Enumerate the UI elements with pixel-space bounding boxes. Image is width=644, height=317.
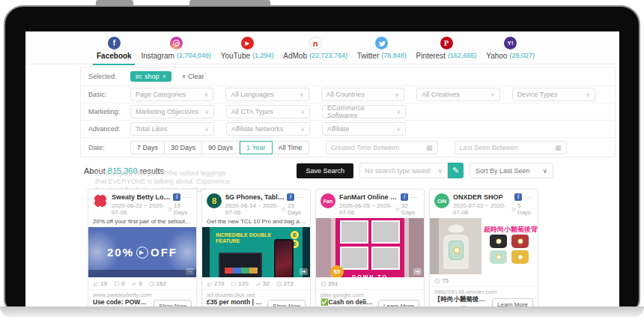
created-time-between-input[interactable]: Created Time Between▦ xyxy=(326,141,438,154)
chevron-down-icon: ∨ xyxy=(586,91,590,98)
date-segment-1-year[interactable]: 1 Year xyxy=(240,141,273,154)
filter-row-selected: Selected: in: shop × × Clear xyxy=(81,67,615,86)
ad-domain[interactable]: ad.doubleclick.net xyxy=(202,290,310,298)
filter-select-page-categories[interactable]: Page Categories∨ xyxy=(130,88,213,101)
advertiser-name[interactable]: 5G Phones, Tablets & SIMs | ... xyxy=(225,193,285,201)
filter-select-marketing-objectives[interactable]: Marketing Objectives∨ xyxy=(130,105,214,118)
advertiser-avatar[interactable] xyxy=(93,193,108,208)
ad-creative-image[interactable]: 超時尚小雛菊後背包 ➔ xyxy=(430,218,538,274)
play-icon[interactable]: ▶ xyxy=(136,247,148,259)
backpack-graphic xyxy=(449,241,464,260)
sort-dropdown[interactable]: Sort By Last Seen∨ xyxy=(470,163,553,178)
shares-count: 32 xyxy=(263,280,270,287)
filter-select-affiliate-networks[interactable]: Affiliate Networks∨ xyxy=(226,122,310,136)
filter-select-affiliate[interactable]: Affiliate∨ xyxy=(322,122,406,136)
tab-label: Yahoo xyxy=(486,52,507,60)
ghost-line: 20% off your first pair of the sellout l… xyxy=(95,169,267,178)
last-seen-between-input[interactable]: Last Seen Between▦ xyxy=(455,141,567,154)
save-search-button[interactable]: Save Search xyxy=(297,163,353,178)
clock-icon xyxy=(511,207,516,212)
comments-count: 0 xyxy=(121,280,124,287)
filter-row-basic: Basic: Page Categories∨ All Languages∨ A… xyxy=(81,86,615,103)
more-options-icon[interactable]: ··· xyxy=(524,193,533,201)
date-segment-all-time[interactable]: All Time xyxy=(273,141,309,154)
comments-stat: 0 xyxy=(114,280,124,287)
creative-headline: INCREDIBLE DOUBLE FEATURE xyxy=(216,232,276,244)
advertiser-name[interactable]: ONXDER SHOP xyxy=(453,193,512,201)
ad-creative-image[interactable]: INCREDIBLE DOUBLE FEATURE EE ➔ xyxy=(202,227,310,277)
selected-label: Selected: xyxy=(88,73,130,80)
ad-headline: Use code: POWER20 xyxy=(93,298,151,306)
filter-select-device-types[interactable]: Device Types∨ xyxy=(512,88,595,101)
pinterest-icon: P xyxy=(440,37,453,49)
expand-corner-icon[interactable]: ➔ xyxy=(527,265,535,272)
date-segment-30-days[interactable]: 30 Days xyxy=(165,141,202,154)
select-value: All Languages xyxy=(231,91,273,98)
backpack-yellow xyxy=(511,250,529,264)
creative-off-text: OFF xyxy=(151,246,177,259)
advertiser-avatar[interactable]: 8 xyxy=(207,193,222,208)
date-segment-7-days[interactable]: 7 Days xyxy=(130,141,165,154)
card-header: 8 5G Phones, Tablets & SIMs | ... f ··· … xyxy=(202,190,310,218)
expand-corner-icon[interactable]: ➔ xyxy=(413,268,422,275)
filter-select-countries[interactable]: All Countries∨ xyxy=(321,88,404,101)
ad-domain[interactable]: 986208148.onxder.com xyxy=(430,287,538,295)
ad-stats: 19 0 0 162 xyxy=(88,277,196,290)
tab-pinterest[interactable]: P Pinterest(162,665) xyxy=(416,33,477,64)
platform-tabbar: f Facebook Instagram(2,704,049) ▶ YouTub… xyxy=(25,31,619,64)
expand-corner-icon[interactable]: ➔ xyxy=(300,268,308,275)
ad-text: Get the new TCL 10 Pro and bag a free TC… xyxy=(202,218,310,227)
clear-close-icon: × xyxy=(182,73,186,80)
shares-count: 0 xyxy=(139,280,142,287)
tab-instagram[interactable]: Instagram(2,704,049) xyxy=(141,33,211,64)
ad-card-sweaty-betty[interactable]: Sweaty Betty London | Wom... f ··· 2020-… xyxy=(88,189,197,308)
expand-corner-icon[interactable]: ➔ xyxy=(186,268,194,275)
ad-headline: ✅Cash on delivery ✅ Days fr... xyxy=(321,298,375,306)
ad-domain[interactable]: play.google.com xyxy=(316,290,424,298)
yahoo-icon: Y! xyxy=(504,37,517,49)
tab-facebook[interactable]: f Facebook xyxy=(97,33,132,64)
filter-panel: Selected: in: shop × × Clear Basic: Page… xyxy=(80,67,616,157)
ad-domain[interactable]: www.sweatybetty.com xyxy=(88,290,196,298)
clock-icon xyxy=(149,281,155,287)
tab-admob[interactable]: n AdMob(22,723,764) xyxy=(283,33,347,64)
more-options-icon[interactable]: ··· xyxy=(183,193,192,201)
chevron-down-icon: ∨ xyxy=(490,91,495,98)
date-segment-90-days[interactable]: 90 Days xyxy=(202,141,240,154)
ad-headline: 【時尚小雛菊後背包】小雛菊刺... xyxy=(434,295,489,304)
filter-select-total-likes[interactable]: Total Likes∨ xyxy=(130,122,214,136)
filter-select-cta-types[interactable]: All CTA Types∨ xyxy=(226,105,310,118)
tab-twitter[interactable]: Twitter(78,848) xyxy=(357,33,407,64)
ad-creative-image[interactable]: $5 DOWN TO ➔ xyxy=(316,218,424,277)
ad-creative-video[interactable]: 20% ▶ OFF ➔ xyxy=(88,227,196,277)
ad-card-fanmart[interactable]: Fan FanMart Online Shopping - F... f ···… xyxy=(315,189,425,308)
tab-yahoo[interactable]: Y! Yahoo(28,027) xyxy=(486,33,535,64)
filter-select-ecommerce-softwares[interactable]: ECommerce Softwares∨ xyxy=(322,105,406,118)
collage-photo xyxy=(340,247,368,270)
like-icon xyxy=(93,281,99,287)
facebook-icon: f xyxy=(108,37,121,49)
tab-count: (1,294) xyxy=(252,52,274,60)
ghost-line: that EVERYONE is talking about. Experien… xyxy=(95,178,267,186)
advertiser-avatar[interactable]: Fan xyxy=(321,193,335,208)
filter-select-languages[interactable]: All Languages∨ xyxy=(225,88,309,101)
more-options-icon[interactable]: ··· xyxy=(297,193,306,201)
select-value: ECommerce Softwares xyxy=(327,104,396,119)
chevron-down-icon: ∨ xyxy=(396,109,401,115)
clear-filters-button[interactable]: × Clear xyxy=(182,73,204,80)
advertiser-name[interactable]: Sweaty Betty London | Wom... xyxy=(112,193,171,201)
tab-youtube[interactable]: ▶ YouTube(1,294) xyxy=(221,33,274,64)
card-header: Sweaty Betty London | Wom... f ··· 2020-… xyxy=(88,190,196,218)
filter-select-creatives[interactable]: All Creatives∨ xyxy=(416,88,499,101)
more-options-icon[interactable]: ··· xyxy=(410,193,419,201)
selected-chip-in-shop[interactable]: in: shop × xyxy=(130,71,171,82)
advertiser-avatar[interactable]: ON xyxy=(434,193,449,208)
ad-card-onxder[interactable]: ON ONXDER SHOP f ··· 2020-07-02 ~ 2020-0… xyxy=(429,189,538,308)
chip-close-icon[interactable]: × xyxy=(162,73,166,80)
edit-saved-search-button[interactable]: ✎ xyxy=(448,163,464,178)
tab-count: (22,723,764) xyxy=(309,52,347,60)
saved-search-dropdown[interactable]: No search type saved∨ xyxy=(359,163,448,178)
ad-duration: 5 Days xyxy=(511,202,533,216)
ad-card-5g-phones[interactable]: 8 5G Phones, Tablets & SIMs | ... f ··· … xyxy=(201,189,311,308)
advertiser-name[interactable]: FanMart Online Shopping - F... xyxy=(339,193,398,201)
